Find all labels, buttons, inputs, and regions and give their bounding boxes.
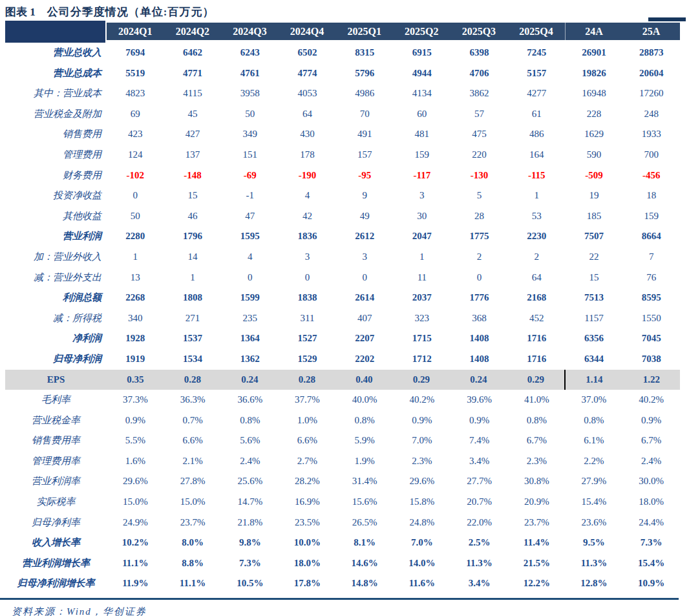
- cell: 6398: [450, 43, 508, 63]
- cell: 1776: [450, 288, 508, 308]
- table-row: 减：营业外支出131000110641576: [5, 268, 680, 288]
- cell: 6.6%: [164, 430, 222, 451]
- cell: -117: [394, 165, 451, 186]
- cell: 7245: [508, 43, 566, 63]
- cell: 1.9%: [336, 451, 394, 472]
- table-row: 加：营业外收入114433122227: [5, 247, 680, 268]
- table-row: 归母净利润19191534136215292202171214081716634…: [5, 349, 680, 370]
- cell: 220: [450, 145, 508, 165]
- cell: 2037: [394, 288, 451, 308]
- cell: 1933: [622, 124, 680, 145]
- cell: -69: [221, 165, 279, 186]
- cell: 16948: [566, 83, 623, 104]
- cell: 1527: [279, 328, 336, 349]
- cell: 41.0%: [508, 390, 566, 410]
- cell: 1: [508, 186, 566, 206]
- cell: 4053: [279, 83, 336, 104]
- cell: 40.2%: [622, 390, 680, 410]
- cell: 1928: [107, 328, 164, 349]
- cell: 64: [508, 268, 566, 288]
- cell: 0.24: [450, 370, 507, 390]
- cell: 2612: [336, 226, 394, 247]
- cell: 1408: [450, 349, 508, 370]
- cell: 1716: [508, 328, 566, 349]
- table-row: 营业利润增长率11.1%8.8%7.3%18.0%14.6%14.0%11.3%…: [5, 553, 680, 574]
- cell: 164: [508, 145, 566, 165]
- cell: 45: [164, 104, 222, 125]
- cell: 64: [279, 104, 336, 125]
- cell: 14.7%: [221, 492, 279, 513]
- cell: 28873: [622, 43, 680, 63]
- cell: 340: [107, 308, 164, 329]
- cell: 36.3%: [164, 390, 222, 410]
- cell: 4761: [221, 63, 279, 84]
- cell: 20604: [622, 63, 680, 84]
- cell: 8315: [336, 43, 394, 63]
- cell: 1629: [566, 124, 623, 145]
- cell: 2.7%: [279, 451, 336, 472]
- cell: 0.28: [279, 370, 336, 390]
- cell: 9: [336, 186, 394, 206]
- cell: 2: [508, 247, 566, 268]
- table-row: 财务费用-102-148-69-190-95-117-130-115-509-4…: [5, 165, 680, 186]
- cell: 7694: [107, 43, 164, 63]
- cell: 159: [394, 145, 451, 165]
- row-label: 营业税金及附加: [5, 104, 107, 125]
- cell: 0: [336, 268, 394, 288]
- column-header: 2025Q4: [507, 23, 565, 40]
- cell: 0.29: [393, 370, 450, 390]
- cell: 1362: [221, 349, 279, 370]
- cell: 18.0%: [279, 553, 336, 574]
- cell: 27.8%: [164, 471, 222, 492]
- row-label: 其中：营业成本: [5, 83, 107, 104]
- cell: 40.0%: [336, 390, 394, 410]
- cell: 8.0%: [164, 533, 222, 553]
- cell: 4823: [107, 83, 164, 104]
- cell: 407: [336, 308, 394, 329]
- table-row: 营业利润228017961595183626122047177522307507…: [5, 226, 680, 247]
- row-label: 营业总收入: [5, 43, 107, 63]
- cell: 475: [450, 124, 508, 145]
- row-label: 归母净利润: [5, 349, 107, 370]
- cell: 6.6%: [279, 430, 336, 451]
- cell: 0.28: [164, 370, 222, 390]
- cell: 157: [336, 145, 394, 165]
- cell: 70: [336, 104, 394, 125]
- cell: 1808: [164, 288, 222, 308]
- cell: 23.5%: [279, 513, 336, 533]
- table-row: 收入增长率10.2%8.0%9.8%10.0%8.1%7.0%2.5%11.4%…: [5, 533, 680, 553]
- cell: 2230: [508, 226, 566, 247]
- cell: 1364: [221, 328, 279, 349]
- cell: 6462: [164, 43, 222, 63]
- figure-caption: 图表 1 公司分季度情况（单位:百万元）: [0, 0, 689, 17]
- cell: 21.8%: [221, 513, 279, 533]
- cell: 12.2%: [508, 573, 566, 594]
- cell: 8595: [622, 288, 680, 308]
- cell: 5157: [508, 63, 566, 84]
- column-header: 24A: [565, 23, 623, 40]
- table-row: EPS0.350.280.240.280.400.290.240.291.141…: [5, 370, 680, 390]
- table-row: 毛利率37.3%36.3%36.6%37.7%40.0%40.2%39.6%41…: [5, 390, 680, 410]
- cell: 185: [566, 206, 623, 227]
- cell: 4771: [164, 63, 222, 84]
- table-row: 营业总成本55194771476147745796494447065157198…: [5, 63, 680, 84]
- cell: 0.8%: [566, 410, 623, 431]
- row-label: 营业利润增长率: [5, 553, 107, 574]
- cell: 5.6%: [221, 430, 279, 451]
- cell: 12.8%: [566, 573, 623, 594]
- cell: 311: [279, 308, 336, 329]
- cell: 31.4%: [336, 471, 394, 492]
- cell: 1: [107, 247, 164, 268]
- cell: 0: [450, 268, 508, 288]
- cell: 10.5%: [221, 573, 279, 594]
- cell: 0.9%: [394, 410, 451, 431]
- cell: 1534: [164, 349, 222, 370]
- cell: 23.7%: [164, 513, 222, 533]
- cell: 11.1%: [164, 573, 222, 594]
- cell: 6.7%: [508, 430, 566, 451]
- row-label: EPS: [5, 370, 107, 390]
- row-label: 减：所得税: [5, 308, 107, 329]
- cell: 36.6%: [221, 390, 279, 410]
- cell: 28.2%: [279, 471, 336, 492]
- cell: 8664: [622, 226, 680, 247]
